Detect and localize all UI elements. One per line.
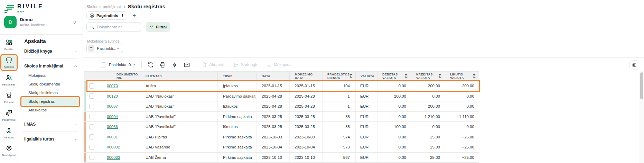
document-link[interactable]: 00120 <box>107 94 118 98</box>
cell-due_date: 2023-10-04 <box>289 142 322 152</box>
select-all-checkbox[interactable] <box>101 62 106 67</box>
sum-icon[interactable]: Σ <box>439 74 445 79</box>
cell-type: Įplaukos <box>217 81 256 91</box>
table-row[interactable]: 000032UAB VasarėlėPirkimo sąskaita2023-1… <box>84 142 479 153</box>
table-row[interactable]: 00120UAB "Naujokas"Pardavimo sąskaita202… <box>84 91 479 102</box>
menu-group-imas[interactable]: i.MAS <box>18 119 83 129</box>
add-tab-button[interactable]: + <box>131 12 137 19</box>
column-header-type[interactable]: TIPAS <box>217 72 256 81</box>
print-button[interactable] <box>159 62 166 68</box>
action-label: Sudengti <box>241 62 257 67</box>
sidebar-body: PradžiaApskaitaPersonalasPirkimaiPardavi… <box>0 35 83 163</box>
column-header-due[interactable]: MOKĖJIMO DATA <box>289 72 322 81</box>
mail-button[interactable] <box>184 62 190 68</box>
tab-pagrindinis[interactable]: Pagrindinis <box>86 11 127 20</box>
cell-balance: 0.00 <box>445 91 479 101</box>
column-settings-button[interactable] <box>629 60 639 70</box>
cell-select <box>84 142 104 152</box>
sidebar-item-mokejimai[interactable]: Mokėjimai <box>21 71 80 80</box>
column-header-client[interactable]: KLIENTAS <box>140 72 217 81</box>
app-logo[interactable]: RIVILE ERP <box>4 3 78 13</box>
rail-item-pirkimai[interactable]: Pirkimai <box>1 90 17 105</box>
sum-icon[interactable]: Σ <box>349 74 355 79</box>
cell-debit: 0.00 <box>377 81 411 91</box>
table-row[interactable]: 00066UAB "Paveikslai"Išmokos2025-03-2520… <box>84 122 479 132</box>
row-checkbox[interactable] <box>89 114 94 119</box>
row-checkbox[interactable] <box>89 104 94 109</box>
sidebar-item-ataskaitos[interactable]: Ataskaitos <box>21 106 80 115</box>
row-checkbox[interactable] <box>89 145 94 150</box>
menu-group-skolos-ir-mokejimai[interactable]: Skolos ir mokėjimai <box>18 61 83 71</box>
column-header-num[interactable]: LIKUTIS VALIUTAΣ <box>445 72 479 81</box>
user-info: Demo Aušra Juodienė <box>20 17 45 27</box>
rail-item-apskaita[interactable]: Apskaita <box>1 55 17 70</box>
sidebar-item-skolu-registras[interactable]: Skolų registras <box>21 97 80 106</box>
search-input[interactable] <box>87 22 141 31</box>
atidaryti-button[interactable]: Atidaryti <box>202 62 224 67</box>
icon-rail: PradžiaApskaitaPersonalasPirkimaiPardavi… <box>0 35 18 163</box>
scrollbar-thumb[interactable] <box>640 72 643 99</box>
rail-item-label: Pradžia <box>1 48 17 51</box>
sidebar-item-skolu-dokumentai[interactable]: Skolų dokumentai <box>21 80 80 89</box>
row-checkbox[interactable] <box>89 83 94 89</box>
rail-item-pardavimai[interactable]: Pardavimai <box>1 108 17 123</box>
accounting-board-icon <box>6 56 12 63</box>
column-header-doc[interactable]: DOKUMENTO NR. <box>104 72 140 81</box>
kebab-icon[interactable] <box>120 13 124 18</box>
people-icon <box>6 74 12 81</box>
document-link[interactable]: 00070 <box>107 84 118 88</box>
document-link[interactable]: 000033 <box>107 155 120 160</box>
column-header-num[interactable]: DEBETAS VALIUTAΣ <box>377 72 411 81</box>
sidebar-item-skolu-tikslinimas[interactable]: Skolų tikslinimas <box>21 89 80 97</box>
flash-button[interactable] <box>171 62 178 68</box>
chevron-down-icon[interactable] <box>132 63 136 67</box>
row-checkbox[interactable] <box>89 124 94 129</box>
mokejimai-button[interactable]: Mokėjimai <box>266 62 292 67</box>
cell-document: 000033 <box>104 153 140 163</box>
account-switcher[interactable]: D Demo Aušra Juodienė <box>4 16 78 28</box>
brand-text: RIVILE ERP <box>17 3 44 13</box>
vertical-scrollbar[interactable] <box>639 71 644 163</box>
refresh-button[interactable] <box>147 62 154 68</box>
cell-currency: EUR <box>355 81 377 91</box>
cell-document: 00120 <box>104 91 140 101</box>
document-link[interactable]: 00066 <box>107 125 118 129</box>
table-row[interactable]: 00067UAB "Naujokas"Įplaukos2025-04-28202… <box>84 101 479 112</box>
column-header-num[interactable]: KREDITAS VALIUTAΣ <box>411 72 445 81</box>
rail-item-personalas[interactable]: Personalas <box>1 73 17 88</box>
rail-item-nustatymai[interactable]: Nustatymai <box>1 143 17 158</box>
document-link[interactable]: 00067 <box>107 104 118 108</box>
row-checkbox[interactable] <box>89 93 94 99</box>
gear-icon <box>6 145 12 152</box>
column-header-date[interactable]: DATA <box>256 72 289 81</box>
menu-group-ilgalaikis-turtas[interactable]: Ilgalaikis turtas <box>18 134 83 144</box>
document-link[interactable]: 000032 <box>107 145 120 149</box>
row-checkbox[interactable] <box>89 155 94 160</box>
rail-item-atsargos[interactable]: Atsargos <box>1 126 17 141</box>
cell-credit: 200.00 <box>411 101 445 111</box>
cell-overdue_days: 573 <box>322 142 355 152</box>
cell-overdue_days: 574 <box>322 132 355 142</box>
filters-button[interactable]: Filtrai <box>146 22 170 32</box>
sum-icon[interactable]: Σ <box>473 74 479 79</box>
document-link[interactable]: 00031 <box>107 135 118 139</box>
document-link[interactable]: 00004 <box>107 115 118 119</box>
breadcrumb-parent[interactable]: Skolos ir mokėjimai <box>86 4 121 9</box>
table-row[interactable]: 000033UAB ŽiemaPirkimo sąskaita2023-10-1… <box>84 153 479 163</box>
column-header-days[interactable]: PRADELSTOS DIENOSΣ <box>322 72 355 81</box>
column-label: PRADELSTOS DIENOS <box>323 73 349 80</box>
divider <box>22 117 78 117</box>
column-header-cur[interactable]: VALIUTA <box>355 72 377 81</box>
column-label: LIKUTIS VALIUTA <box>445 73 473 80</box>
sudengti-button[interactable]: Sudengti <box>233 62 257 67</box>
sales-icon <box>6 109 12 116</box>
rail-item-pradzia[interactable]: Pradžia <box>1 37 17 52</box>
table-row[interactable]: 00004UAB "Paveikslai"Pirkimo sąskaita202… <box>84 112 479 122</box>
menu-group-didzioji-knyga[interactable]: Didžioji knyga <box>18 46 83 56</box>
table-row[interactable]: 00070AušraĮplaukos2025-01-152025-01-1510… <box>84 81 479 91</box>
header-select-cell <box>84 72 104 81</box>
table-row[interactable]: 00031UAB PipirasPirkimo sąskaita2023-10-… <box>84 132 479 143</box>
moketinos-gautinos-dropdown[interactable]: = Pasirinkti... <box>86 44 123 53</box>
row-checkbox[interactable] <box>89 134 94 139</box>
sum-icon[interactable]: Σ <box>405 74 411 79</box>
